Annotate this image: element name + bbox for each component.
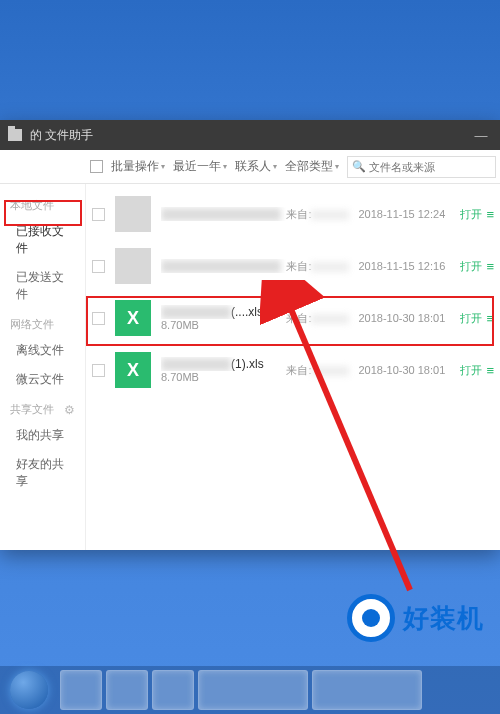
- toolbar: 批量操作 ▾ 最近一年 ▾ 联系人 ▾ 全部类型 ▾ 🔍: [0, 150, 500, 184]
- taskbar-window-button[interactable]: [312, 670, 422, 710]
- file-row[interactable]: X (....xls 8.70MB 来自: 2018-10-30 18:01 打…: [86, 292, 500, 344]
- file-size: 8.70MB: [161, 371, 286, 383]
- sidebar-item-sent[interactable]: 已发送文件: [0, 263, 85, 309]
- row-menu-icon[interactable]: ≡: [486, 207, 494, 222]
- sidebar-item-weiyun[interactable]: 微云文件: [0, 365, 85, 394]
- file-row[interactable]: X (1).xls 8.70MB 来自: 2018-10-30 18:01 打开…: [86, 344, 500, 396]
- row-checkbox[interactable]: [92, 208, 105, 221]
- row-menu-icon[interactable]: ≡: [486, 363, 494, 378]
- search-box[interactable]: 🔍: [347, 156, 496, 178]
- file-thumb: [115, 196, 151, 232]
- row-menu-icon[interactable]: ≡: [486, 259, 494, 274]
- xls-icon: X: [115, 300, 151, 336]
- caret-down-icon: ▾: [161, 162, 165, 171]
- file-name-redacted: [161, 208, 281, 221]
- caret-down-icon: ▾: [223, 162, 227, 171]
- file-date: 2018-10-30 18:01: [358, 312, 456, 324]
- file-name-redacted: [161, 260, 281, 273]
- file-row[interactable]: 来自: 2018-11-15 12:16 打开 ≡: [86, 240, 500, 292]
- file-date: 2018-10-30 18:01: [358, 364, 456, 376]
- file-date: 2018-11-15 12:24: [358, 208, 456, 220]
- search-input[interactable]: [369, 161, 491, 173]
- file-from: 来自:: [286, 363, 358, 378]
- row-menu-icon[interactable]: ≡: [486, 311, 494, 326]
- sidebar-item-friendshare[interactable]: 好友的共享: [0, 450, 85, 496]
- folder-icon: [8, 129, 22, 141]
- sidebar-item-myshare[interactable]: 我的共享: [0, 421, 85, 450]
- taskbar-pin[interactable]: [152, 670, 194, 710]
- taskbar-window-button[interactable]: [198, 670, 308, 710]
- file-helper-window: 的 文件助手 — 批量操作 ▾ 最近一年 ▾ 联系人 ▾ 全部类型 ▾ 🔍 本地…: [0, 120, 500, 550]
- sidebar: 本地文件 已接收文件 已发送文件 网络文件 离线文件 微云文件 共享文件 ⚙ 我…: [0, 184, 86, 550]
- file-name: (....xls: [161, 305, 286, 319]
- open-button[interactable]: 打开: [460, 311, 482, 326]
- caret-down-icon: ▾: [335, 162, 339, 171]
- file-from: 来自:: [286, 207, 358, 222]
- titlebar: 的 文件助手 —: [0, 120, 500, 150]
- file-name: (1).xls: [161, 357, 286, 371]
- caret-down-icon: ▾: [273, 162, 277, 171]
- taskbar-pin[interactable]: [60, 670, 102, 710]
- taskbar-pin[interactable]: [106, 670, 148, 710]
- window-title: 的 文件助手: [30, 127, 93, 144]
- file-thumb: [115, 248, 151, 284]
- file-list: 来自: 2018-11-15 12:24 打开 ≡ 来自: 2018-11-15…: [86, 184, 500, 550]
- file-row[interactable]: 来自: 2018-11-15 12:24 打开 ≡: [86, 188, 500, 240]
- file-date: 2018-11-15 12:16: [358, 260, 456, 272]
- row-checkbox[interactable]: [92, 312, 105, 325]
- search-icon: 🔍: [352, 160, 366, 173]
- sidebar-group-share: 共享文件 ⚙: [0, 394, 85, 421]
- taskbar: [0, 666, 500, 714]
- start-button[interactable]: [0, 666, 58, 714]
- open-button[interactable]: 打开: [460, 207, 482, 222]
- sidebar-item-received[interactable]: 已接收文件: [0, 217, 85, 263]
- file-from: 来自:: [286, 259, 358, 274]
- open-button[interactable]: 打开: [460, 363, 482, 378]
- row-checkbox[interactable]: [92, 364, 105, 377]
- batch-ops-button[interactable]: 批量操作 ▾: [111, 158, 165, 175]
- file-from: 来自:: [286, 311, 358, 326]
- xls-icon: X: [115, 352, 151, 388]
- time-filter[interactable]: 最近一年 ▾: [173, 158, 227, 175]
- watermark: 好装机: [347, 594, 484, 642]
- watermark-text: 好装机: [403, 601, 484, 636]
- sidebar-item-offline[interactable]: 离线文件: [0, 336, 85, 365]
- file-size: 8.70MB: [161, 319, 286, 331]
- watermark-logo-icon: [347, 594, 395, 642]
- row-checkbox[interactable]: [92, 260, 105, 273]
- type-filter[interactable]: 全部类型 ▾: [285, 158, 339, 175]
- sidebar-group-network: 网络文件: [0, 309, 85, 336]
- contact-filter[interactable]: 联系人 ▾: [235, 158, 277, 175]
- open-button[interactable]: 打开: [460, 259, 482, 274]
- gear-icon[interactable]: ⚙: [64, 403, 75, 417]
- sidebar-group-local: 本地文件: [0, 190, 85, 217]
- windows-orb-icon: [10, 671, 48, 709]
- select-all-checkbox[interactable]: [90, 160, 103, 173]
- minimize-button[interactable]: —: [470, 128, 492, 143]
